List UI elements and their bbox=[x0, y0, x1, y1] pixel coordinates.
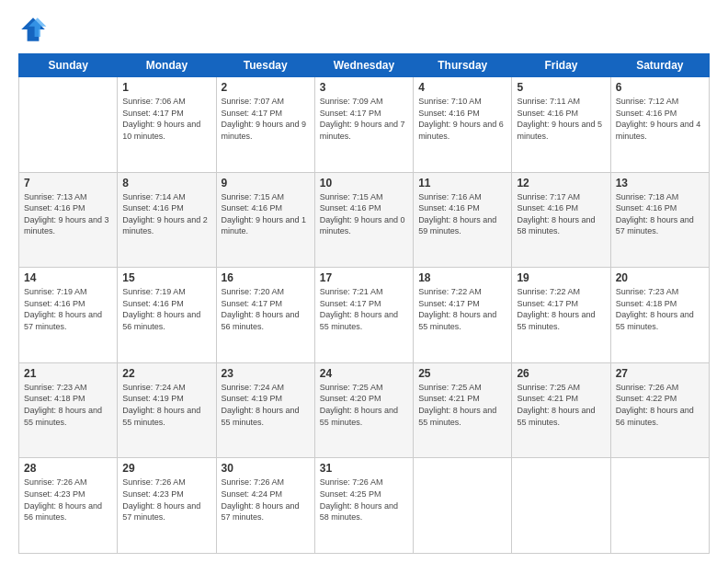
day-number: 17 bbox=[320, 271, 408, 284]
day-number: 22 bbox=[122, 367, 210, 380]
calendar-cell: 10Sunrise: 7:15 AMSunset: 4:16 PMDayligh… bbox=[314, 172, 413, 268]
cell-info: Sunrise: 7:09 AMSunset: 4:17 PMDaylight:… bbox=[320, 96, 408, 142]
calendar-cell: 9Sunrise: 7:15 AMSunset: 4:16 PMDaylight… bbox=[216, 172, 314, 268]
calendar-cell: 17Sunrise: 7:21 AMSunset: 4:17 PMDayligh… bbox=[314, 268, 413, 363]
calendar-week-3: 14Sunrise: 7:19 AMSunset: 4:16 PMDayligh… bbox=[19, 268, 710, 363]
cell-info: Sunrise: 7:26 AMSunset: 4:22 PMDaylight:… bbox=[616, 382, 704, 428]
calendar-cell: 3Sunrise: 7:09 AMSunset: 4:17 PMDaylight… bbox=[314, 77, 413, 173]
cell-info: Sunrise: 7:11 AMSunset: 4:16 PMDaylight:… bbox=[517, 96, 605, 142]
calendar-cell: 5Sunrise: 7:11 AMSunset: 4:16 PMDaylight… bbox=[512, 77, 610, 173]
svg-marker-0 bbox=[21, 17, 45, 41]
calendar-cell: 4Sunrise: 7:10 AMSunset: 4:16 PMDaylight… bbox=[414, 77, 512, 173]
weekday-header-tuesday: Tuesday bbox=[216, 54, 314, 77]
cell-info: Sunrise: 7:25 AMSunset: 4:21 PMDaylight:… bbox=[517, 382, 605, 428]
calendar-cell: 30Sunrise: 7:26 AMSunset: 4:24 PMDayligh… bbox=[216, 458, 314, 554]
day-number: 2 bbox=[222, 81, 310, 94]
cell-info: Sunrise: 7:19 AMSunset: 4:16 PMDaylight:… bbox=[24, 286, 112, 332]
weekday-header-thursday: Thursday bbox=[414, 54, 512, 77]
day-number: 7 bbox=[24, 177, 112, 190]
day-number: 9 bbox=[222, 177, 310, 190]
cell-info: Sunrise: 7:19 AMSunset: 4:16 PMDaylight:… bbox=[122, 286, 210, 332]
day-number: 21 bbox=[24, 367, 112, 380]
day-number: 1 bbox=[122, 81, 210, 94]
calendar-cell: 25Sunrise: 7:25 AMSunset: 4:21 PMDayligh… bbox=[414, 362, 512, 458]
day-number: 12 bbox=[517, 177, 605, 190]
cell-info: Sunrise: 7:15 AMSunset: 4:16 PMDaylight:… bbox=[320, 191, 408, 237]
calendar-week-4: 21Sunrise: 7:23 AMSunset: 4:18 PMDayligh… bbox=[19, 362, 710, 458]
calendar-cell bbox=[19, 77, 118, 173]
calendar-cell: 8Sunrise: 7:14 AMSunset: 4:16 PMDaylight… bbox=[118, 172, 216, 268]
day-number: 23 bbox=[222, 367, 310, 380]
day-number: 11 bbox=[418, 177, 506, 190]
calendar-cell bbox=[414, 458, 512, 554]
day-number: 29 bbox=[122, 462, 210, 475]
logo bbox=[18, 15, 51, 44]
day-number: 16 bbox=[222, 271, 310, 284]
cell-info: Sunrise: 7:20 AMSunset: 4:17 PMDaylight:… bbox=[222, 286, 310, 332]
weekday-header-friday: Friday bbox=[512, 54, 610, 77]
calendar-cell: 28Sunrise: 7:26 AMSunset: 4:23 PMDayligh… bbox=[19, 458, 118, 554]
day-number: 8 bbox=[122, 177, 210, 190]
day-number: 13 bbox=[616, 177, 704, 190]
day-number: 14 bbox=[24, 271, 112, 284]
cell-info: Sunrise: 7:07 AMSunset: 4:17 PMDaylight:… bbox=[222, 96, 310, 142]
calendar-cell bbox=[512, 458, 610, 554]
weekday-header-sunday: Sunday bbox=[19, 54, 118, 77]
calendar-cell: 21Sunrise: 7:23 AMSunset: 4:18 PMDayligh… bbox=[19, 362, 118, 458]
cell-info: Sunrise: 7:10 AMSunset: 4:16 PMDaylight:… bbox=[418, 96, 506, 142]
cell-info: Sunrise: 7:14 AMSunset: 4:16 PMDaylight:… bbox=[122, 191, 210, 237]
calendar-cell: 1Sunrise: 7:06 AMSunset: 4:17 PMDaylight… bbox=[118, 77, 216, 173]
cell-info: Sunrise: 7:25 AMSunset: 4:20 PMDaylight:… bbox=[320, 382, 408, 428]
cell-info: Sunrise: 7:13 AMSunset: 4:16 PMDaylight:… bbox=[24, 191, 112, 237]
calendar-cell: 19Sunrise: 7:22 AMSunset: 4:17 PMDayligh… bbox=[512, 268, 610, 363]
cell-info: Sunrise: 7:22 AMSunset: 4:17 PMDaylight:… bbox=[418, 286, 506, 332]
calendar-week-1: 1Sunrise: 7:06 AMSunset: 4:17 PMDaylight… bbox=[19, 77, 710, 173]
cell-info: Sunrise: 7:26 AMSunset: 4:23 PMDaylight:… bbox=[24, 477, 112, 523]
cell-info: Sunrise: 7:17 AMSunset: 4:16 PMDaylight:… bbox=[517, 191, 605, 237]
weekday-header-saturday: Saturday bbox=[610, 54, 709, 77]
calendar-header-row: SundayMondayTuesdayWednesdayThursdayFrid… bbox=[19, 54, 710, 77]
cell-info: Sunrise: 7:24 AMSunset: 4:19 PMDaylight:… bbox=[122, 382, 210, 428]
day-number: 20 bbox=[616, 271, 704, 284]
cell-info: Sunrise: 7:22 AMSunset: 4:17 PMDaylight:… bbox=[517, 286, 605, 332]
cell-info: Sunrise: 7:25 AMSunset: 4:21 PMDaylight:… bbox=[418, 382, 506, 428]
day-number: 30 bbox=[222, 462, 310, 475]
calendar-cell: 23Sunrise: 7:24 AMSunset: 4:19 PMDayligh… bbox=[216, 362, 314, 458]
calendar-cell: 15Sunrise: 7:19 AMSunset: 4:16 PMDayligh… bbox=[118, 268, 216, 363]
day-number: 6 bbox=[616, 81, 704, 94]
calendar-cell: 16Sunrise: 7:20 AMSunset: 4:17 PMDayligh… bbox=[216, 268, 314, 363]
calendar-cell: 14Sunrise: 7:19 AMSunset: 4:16 PMDayligh… bbox=[19, 268, 118, 363]
cell-info: Sunrise: 7:18 AMSunset: 4:16 PMDaylight:… bbox=[616, 191, 704, 237]
calendar-cell: 22Sunrise: 7:24 AMSunset: 4:19 PMDayligh… bbox=[118, 362, 216, 458]
day-number: 18 bbox=[418, 271, 506, 284]
day-number: 25 bbox=[418, 367, 506, 380]
day-number: 28 bbox=[24, 462, 112, 475]
cell-info: Sunrise: 7:21 AMSunset: 4:17 PMDaylight:… bbox=[320, 286, 408, 332]
cell-info: Sunrise: 7:23 AMSunset: 4:18 PMDaylight:… bbox=[24, 382, 112, 428]
calendar-cell: 18Sunrise: 7:22 AMSunset: 4:17 PMDayligh… bbox=[414, 268, 512, 363]
cell-info: Sunrise: 7:26 AMSunset: 4:23 PMDaylight:… bbox=[122, 477, 210, 523]
calendar-week-2: 7Sunrise: 7:13 AMSunset: 4:16 PMDaylight… bbox=[19, 172, 710, 268]
calendar-cell: 2Sunrise: 7:07 AMSunset: 4:17 PMDaylight… bbox=[216, 77, 314, 173]
calendar-cell: 20Sunrise: 7:23 AMSunset: 4:18 PMDayligh… bbox=[610, 268, 709, 363]
day-number: 27 bbox=[616, 367, 704, 380]
calendar-cell: 24Sunrise: 7:25 AMSunset: 4:20 PMDayligh… bbox=[314, 362, 413, 458]
calendar-cell: 29Sunrise: 7:26 AMSunset: 4:23 PMDayligh… bbox=[118, 458, 216, 554]
day-number: 10 bbox=[320, 177, 408, 190]
day-number: 15 bbox=[122, 271, 210, 284]
calendar-week-5: 28Sunrise: 7:26 AMSunset: 4:23 PMDayligh… bbox=[19, 458, 710, 554]
cell-info: Sunrise: 7:24 AMSunset: 4:19 PMDaylight:… bbox=[222, 382, 310, 428]
cell-info: Sunrise: 7:26 AMSunset: 4:24 PMDaylight:… bbox=[222, 477, 310, 523]
calendar-cell: 31Sunrise: 7:26 AMSunset: 4:25 PMDayligh… bbox=[314, 458, 413, 554]
day-number: 19 bbox=[517, 271, 605, 284]
day-number: 4 bbox=[418, 81, 506, 94]
calendar-cell: 13Sunrise: 7:18 AMSunset: 4:16 PMDayligh… bbox=[610, 172, 709, 268]
calendar-cell: 27Sunrise: 7:26 AMSunset: 4:22 PMDayligh… bbox=[610, 362, 709, 458]
calendar-cell: 26Sunrise: 7:25 AMSunset: 4:21 PMDayligh… bbox=[512, 362, 610, 458]
weekday-header-monday: Monday bbox=[118, 54, 216, 77]
day-number: 24 bbox=[320, 367, 408, 380]
header bbox=[18, 15, 710, 44]
day-number: 5 bbox=[517, 81, 605, 94]
cell-info: Sunrise: 7:12 AMSunset: 4:16 PMDaylight:… bbox=[616, 96, 704, 142]
day-number: 31 bbox=[320, 462, 408, 475]
